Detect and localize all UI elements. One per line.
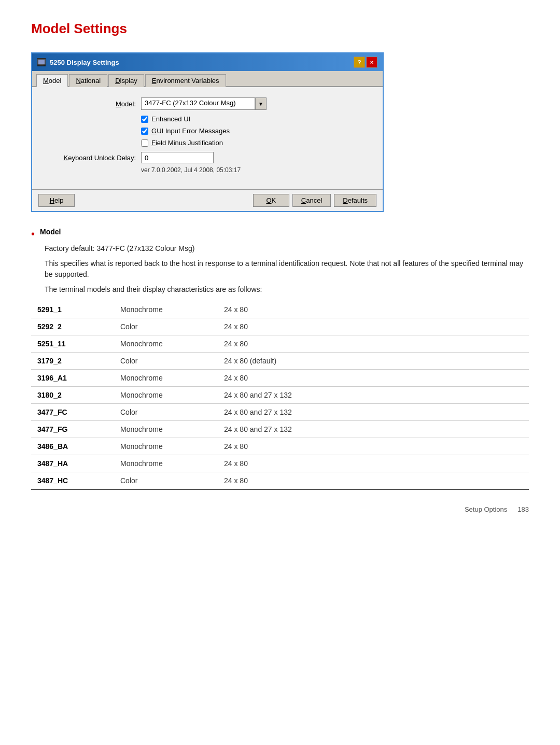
enhanced-ui-label: Enhanced UI [151, 115, 190, 123]
table-cell-display: 24 x 80 and 27 x 132 [218, 404, 529, 421]
table-row: 3180_2 Monochrome 24 x 80 and 27 x 132 [31, 387, 529, 404]
table-cell-model: 3477_FG [31, 421, 114, 438]
table-row: 3477_FC Color 24 x 80 and 27 x 132 [31, 404, 529, 421]
table-row: 3179_2 Color 24 x 80 (default) [31, 353, 529, 370]
table-cell-display: 24 x 80 and 27 x 132 [218, 421, 529, 438]
table-row: 3487_HA Monochrome 24 x 80 [31, 455, 529, 472]
table-cell-color: Color [114, 318, 218, 335]
ok-button[interactable]: OK [253, 194, 289, 207]
table-row: 5251_11 Monochrome 24 x 80 [31, 335, 529, 353]
table-cell-color: Monochrome [114, 438, 218, 455]
dialog-buttons: Help OK Cancel Defaults [32, 189, 383, 211]
gui-input-checkbox[interactable] [141, 128, 148, 135]
tab-display[interactable]: Display [108, 74, 144, 87]
keyboard-delay-row: Keyboard Unlock Delay: [43, 152, 372, 163]
page-footer: Setup Options 183 [31, 505, 529, 513]
table-cell-model: 3179_2 [31, 353, 114, 370]
table-cell-display: 24 x 80 [218, 472, 529, 490]
model-label: Model: [43, 100, 136, 108]
keyboard-delay-label: Keyboard Unlock Delay: [43, 154, 136, 162]
help-button[interactable]: Help [38, 194, 75, 207]
table-cell-color: Monochrome [114, 370, 218, 387]
model-select-arrow[interactable]: ▼ [255, 97, 267, 110]
table-cell-color: Color [114, 472, 218, 490]
defaults-button[interactable]: Defaults [334, 194, 376, 207]
dialog-close-button[interactable]: × [366, 57, 377, 68]
dialog-controls: ? × [354, 57, 377, 68]
model-select-box[interactable]: 3477-FC (27x132 Colour Msg) [141, 97, 255, 110]
field-minus-checkbox-row[interactable]: Field Minus Justification [141, 139, 372, 147]
model-bullet-heading: Model [40, 228, 61, 236]
table-cell-display: 24 x 80 [218, 318, 529, 335]
dialog-title-area: 5250 Display Settings [37, 58, 119, 66]
enhanced-ui-checkbox-row[interactable]: Enhanced UI [141, 115, 372, 123]
table-row: 5292_2 Color 24 x 80 [31, 318, 529, 335]
tab-national[interactable]: National [69, 74, 107, 87]
table-cell-model: 3487_HA [31, 455, 114, 472]
table-row: 5291_1 Monochrome 24 x 80 [31, 301, 529, 318]
gui-input-label: GUI Input Error Messages [151, 127, 230, 135]
dialog-titlebar: 5250 Display Settings ? × [32, 53, 383, 71]
table-row: 3196_A1 Monochrome 24 x 80 [31, 370, 529, 387]
model-form-row: Model: 3477-FC (27x132 Colour Msg) ▼ [43, 97, 372, 110]
svg-rect-1 [39, 64, 44, 65]
factory-default-text: Factory default: 3477-FC (27x132 Colour … [45, 243, 529, 254]
table-cell-color: Color [114, 353, 218, 370]
tab-environment[interactable]: Environment Variables [145, 74, 226, 87]
table-cell-model: 5291_1 [31, 301, 114, 318]
table-cell-model: 3180_2 [31, 387, 114, 404]
tab-model[interactable]: Model [36, 74, 68, 87]
table-cell-model: 3196_A1 [31, 370, 114, 387]
table-cell-model: 3486_BA [31, 438, 114, 455]
gui-input-checkbox-row[interactable]: GUI Input Error Messages [141, 127, 372, 135]
tab-model-label: Model [43, 77, 61, 85]
model-bullet-item: • Model [31, 228, 529, 239]
dialog-right-buttons: OK Cancel Defaults [253, 194, 376, 207]
description2-text: The terminal models and their display ch… [45, 284, 529, 295]
table-cell-color: Monochrome [114, 301, 218, 318]
table-cell-display: 24 x 80 [218, 335, 529, 353]
version-text: ver 7.0.0.2002, Jul 4 2008, 05:03:17 [141, 166, 372, 174]
table-cell-color: Color [114, 404, 218, 421]
table-cell-display: 24 x 80 [218, 370, 529, 387]
tab-national-label: National [76, 77, 101, 85]
model-table: 5291_1 Monochrome 24 x 80 5292_2 Color 2… [31, 301, 529, 490]
tab-environment-label: Environment Variables [152, 77, 219, 85]
table-cell-color: Monochrome [114, 335, 218, 353]
field-minus-checkbox[interactable] [141, 139, 148, 147]
table-cell-display: 24 x 80 [218, 301, 529, 318]
bullet-dot: • [31, 229, 35, 239]
field-minus-label: Field Minus Justification [151, 139, 223, 147]
monitor-icon [37, 58, 46, 66]
table-cell-color: Monochrome [114, 455, 218, 472]
model-select-control: 3477-FC (27x132 Colour Msg) ▼ [141, 97, 267, 110]
table-cell-model: 5251_11 [31, 335, 114, 353]
doc-section: • Model Factory default: 3477-FC (27x132… [31, 228, 529, 490]
description1-text: This specifies what is reported back to … [45, 258, 529, 280]
table-cell-color: Monochrome [114, 387, 218, 404]
table-row: 3477_FG Monochrome 24 x 80 and 27 x 132 [31, 421, 529, 438]
table-cell-display: 24 x 80 and 27 x 132 [218, 387, 529, 404]
table-cell-display: 24 x 80 [218, 438, 529, 455]
table-row: 3486_BA Monochrome 24 x 80 [31, 438, 529, 455]
footer-text: Setup Options [465, 505, 507, 513]
enhanced-ui-checkbox[interactable] [141, 116, 148, 123]
table-cell-color: Monochrome [114, 421, 218, 438]
dialog-tabs: Model National Display Environment Varia… [32, 71, 383, 87]
table-cell-model: 3477_FC [31, 404, 114, 421]
dialog-title-text: 5250 Display Settings [50, 59, 119, 66]
table-cell-model: 5292_2 [31, 318, 114, 335]
table-row: 3487_HC Color 24 x 80 [31, 472, 529, 490]
tab-display-label: Display [115, 77, 137, 85]
keyboard-delay-input[interactable] [141, 152, 214, 163]
cancel-button[interactable]: Cancel [292, 194, 331, 207]
page-title: Model Settings [31, 21, 529, 37]
table-cell-display: 24 x 80 [218, 455, 529, 472]
footer-page: 183 [517, 505, 529, 513]
table-cell-display: 24 x 80 (default) [218, 353, 529, 370]
dialog-content: Model: 3477-FC (27x132 Colour Msg) ▼ Enh… [32, 87, 383, 189]
dialog-window: 5250 Display Settings ? × Model National… [31, 52, 384, 212]
table-cell-model: 3487_HC [31, 472, 114, 490]
dialog-help-button[interactable]: ? [354, 57, 365, 68]
dialog-app-icon [37, 58, 46, 66]
